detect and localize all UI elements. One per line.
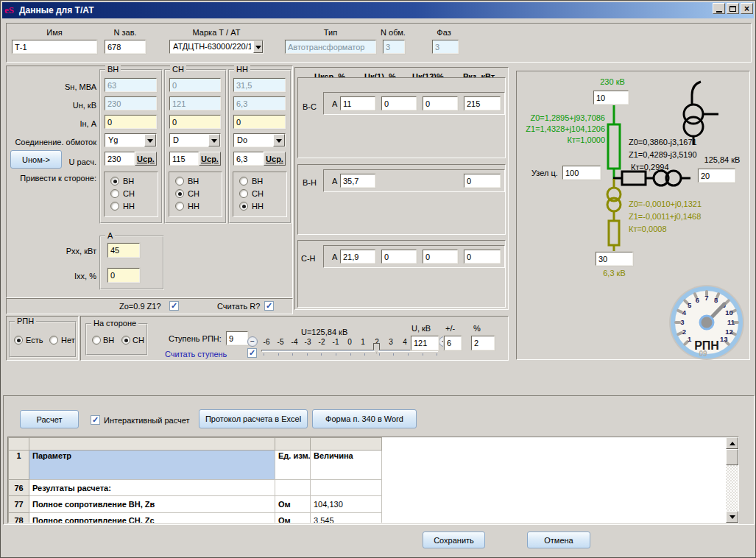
uk-vn-f4-input[interactable] [464,174,501,188]
maximize-button[interactable] [727,3,739,14]
interactive-checkbox[interactable]: ✓ [91,415,100,425]
mv-node-input[interactable] [698,169,735,183]
r-check-label: Считать R? [217,302,260,311]
hv-node-input[interactable] [593,91,629,105]
nn-urasch-input[interactable] [233,152,264,166]
vn-urasch-input[interactable] [105,152,135,166]
vn-usr-button[interactable]: Uср. [135,152,157,166]
uk-vn-f1-input[interactable] [340,174,375,188]
center-node-input[interactable] [562,166,601,180]
results-table-area: 1 Параметр Ед. изм. Величина 76 Резултат… [7,437,739,523]
un-row-label: Uн, кВ [11,101,96,110]
table-scrollbar[interactable] [726,437,738,523]
uk-vs-f1-input[interactable] [340,96,375,110]
rpn-calc-step-checkbox[interactable]: ✓ [247,348,257,358]
model-combo[interactable]: АТДЦТН-63000/220/110 [169,40,264,54]
table-row[interactable]: 76 Резултаты расчета: [9,480,382,496]
rpn-side-legend: На стороне [91,319,138,328]
row-unit[interactable] [275,480,311,496]
model-browse-button[interactable] [253,40,263,53]
uk-sn-f2-input[interactable] [381,250,417,264]
nn-side-nn-radio[interactable] [239,202,248,211]
slider-minus-button[interactable]: − [247,336,258,347]
row-unit[interactable]: Ом [275,496,311,513]
sn-in-input[interactable] [169,115,221,129]
row-value[interactable]: 3,545 [311,513,382,524]
zo-check-label: Zo=0.9 Z1? [119,302,161,311]
sn-side-vn-radio[interactable] [175,177,184,186]
rpn-no-radio[interactable] [49,336,58,345]
nn-side-vn-radio[interactable] [239,177,248,186]
table-row[interactable]: 77 Полное сопротивление ВН, Zв Ом 104,13… [9,496,382,513]
row-value[interactable]: 104,130 [311,496,382,513]
row-param[interactable]: Полное сопротивление СН, Zс [29,513,275,524]
sn-side-nn-label: НН [188,202,199,211]
row-param[interactable]: Параметр [29,451,275,480]
vn-side-vn-radio[interactable] [110,177,119,186]
uk-sn-f1-input[interactable] [340,250,375,264]
ixx-input[interactable] [107,268,140,283]
rpn-yes-radio[interactable] [14,336,23,345]
r-checkbox[interactable]: ✓ [264,301,274,311]
scroll-up-button[interactable] [726,437,738,449]
scroll-down-button[interactable] [726,511,738,523]
sn-usr-button[interactable]: Uср. [199,152,221,166]
row-value[interactable] [311,480,382,496]
nn-usr-button[interactable]: Uср. [264,152,286,166]
vn-connection-dropdown-icon[interactable] [144,134,156,146]
row-param[interactable]: Резултаты расчета: [29,480,275,496]
vn-side-sn-radio[interactable] [110,189,119,198]
row-unit[interactable]: Ед. изм. [275,451,311,480]
rpn-step-input[interactable] [226,331,248,345]
rpn-side-sn-radio[interactable] [121,336,130,345]
sn-side-nn-radio[interactable] [175,202,184,211]
u-kv-input[interactable] [411,336,439,350]
pct-input[interactable] [471,336,495,350]
sn-connection-select[interactable]: D [169,133,221,147]
gauge-hub [700,316,713,329]
nn-connection-dropdown-icon[interactable] [273,134,285,146]
row-param[interactable]: Полное сопротивление ВН, Zв [29,496,275,513]
results-table: 1 Параметр Ед. изм. Величина 76 Резултат… [8,437,382,523]
word-button[interactable]: Форма п. 340 в Word [312,409,417,428]
close-button[interactable]: × [741,3,753,14]
pm-label: +/- [445,324,455,333]
group-nn-legend: НН [234,65,250,74]
row-value[interactable]: Величина [311,451,382,480]
pm-input[interactable] [444,336,462,350]
vn-side-nn-radio[interactable] [110,202,119,211]
uk-vs-f2-input[interactable] [381,96,417,110]
calc-button[interactable]: Расчет [20,410,79,428]
nn-in-input[interactable] [233,115,286,129]
vn-connection-select[interactable]: Yg [105,133,157,147]
gauge-tick-1: 1 [688,335,692,343]
pxx-input[interactable] [107,243,140,258]
uk-sn-f3-input[interactable] [423,250,458,264]
table-row[interactable]: 78 Полное сопротивление СН, Zс Ом 3,545 [9,513,382,524]
scroll-thumb[interactable] [726,449,738,465]
sn-urasch-input[interactable] [169,152,199,166]
nn-side-sn-radio[interactable] [239,189,248,198]
rpn-side-vn-radio[interactable] [92,336,101,345]
serial-input[interactable] [105,40,146,54]
uk-vs-f3-input[interactable] [423,96,458,110]
name-input[interactable] [12,40,97,54]
nn-connection-select[interactable]: Do [233,133,286,147]
nn-side-sn-label: СН [252,189,264,198]
sn-side-sn-radio[interactable] [175,189,184,198]
header-panel: Имя N зав. Марка Т / АТ Тип N обм. Фаз А… [6,23,752,63]
uk-vs-f4-input[interactable] [464,96,501,110]
sn-reduce-box: ВН СН НН [169,172,222,217]
excel-button[interactable]: Протокол расчета в Excel [199,409,308,428]
vn-in-input[interactable] [105,115,157,129]
cancel-button[interactable]: Отмена [527,531,590,548]
lv-node-input[interactable] [596,252,633,266]
minimize-button[interactable] [713,3,725,14]
sn-connection-dropdown-icon[interactable] [208,134,220,146]
uk-sn-f4-input[interactable] [464,250,501,264]
save-button[interactable]: Сохранить [423,531,485,548]
row-unit[interactable]: Ом [275,513,311,524]
table-row[interactable]: 1 Параметр Ед. изм. Величина [9,451,382,480]
scroll-down-icon [729,515,735,522]
zo-checkbox[interactable]: ✓ [169,301,179,311]
